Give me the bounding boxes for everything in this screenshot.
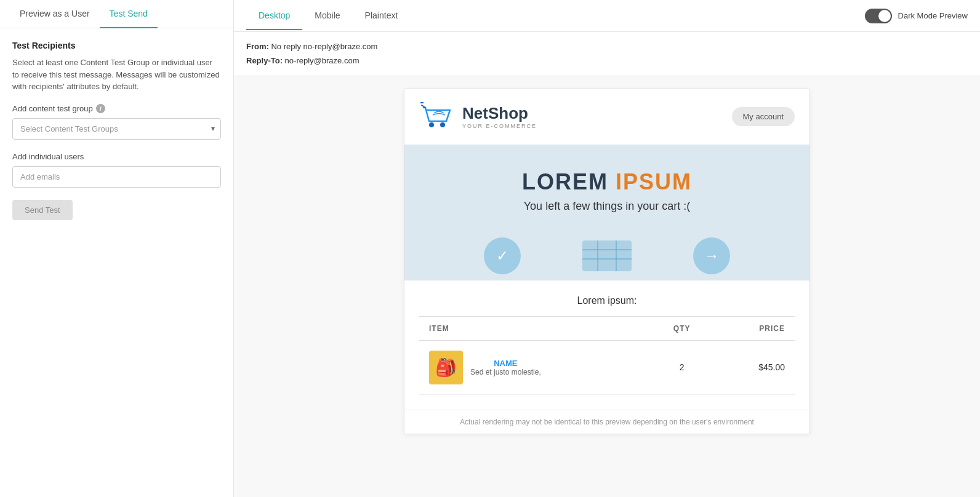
email-table: ITEM QTY PRICE 🎒 bbox=[419, 316, 795, 395]
preview-area[interactable]: NetShop YOUR E-COMMERCE My account LOREM… bbox=[234, 76, 980, 497]
lorem-heading: Lorem ipsum: bbox=[419, 295, 795, 306]
hero-subtitle: You left a few things in your cart :( bbox=[419, 200, 795, 213]
hero-cart-svg bbox=[576, 234, 638, 277]
table-cell-price: $45.00 bbox=[714, 340, 795, 394]
preview-tabs: Desktop Mobile Plaintext bbox=[246, 2, 410, 30]
add-individual-users-label: Add individual users bbox=[12, 152, 221, 161]
brand-shop: Shop bbox=[488, 104, 528, 122]
tab-preview-as-user[interactable]: Preview as a User bbox=[10, 0, 100, 28]
product-info: NAME Sed et justo molestie, bbox=[470, 359, 541, 376]
check-circle-icon: ✓ bbox=[484, 237, 521, 274]
product-name: NAME bbox=[470, 359, 541, 368]
email-body-section: Lorem ipsum: ITEM QTY PRICE bbox=[404, 280, 809, 410]
product-cell: 🎒 NAME Sed et justo molestie, bbox=[429, 351, 640, 384]
table-header-item: ITEM bbox=[419, 316, 649, 340]
table-header-price: PRICE bbox=[714, 316, 795, 340]
table-header-qty: QTY bbox=[649, 316, 714, 340]
email-card-header: NetShop YOUR E-COMMERCE My account bbox=[404, 89, 809, 145]
reply-to-email: no-reply@braze.com bbox=[285, 56, 359, 65]
from-line: From: No reply no-reply@braze.com bbox=[246, 39, 968, 54]
right-panel: Desktop Mobile Plaintext Dark Mode Previ… bbox=[234, 0, 980, 497]
email-preview-card: NetShop YOUR E-COMMERCE My account LOREM… bbox=[404, 89, 810, 434]
svg-rect-4 bbox=[582, 241, 632, 271]
brand-name: NetShop bbox=[462, 104, 537, 123]
reply-to-label: Reply-To: bbox=[246, 56, 283, 65]
left-tabs-header: Preview as a User Test Send bbox=[0, 0, 233, 28]
table-cell-item: 🎒 NAME Sed et justo molestie, bbox=[419, 340, 649, 394]
content-test-group-wrapper: Select Content Test Groups ▾ bbox=[12, 118, 221, 140]
from-label: From: bbox=[246, 42, 269, 51]
reply-to-line: Reply-To: no-reply@braze.com bbox=[246, 54, 968, 68]
hero-cart-graphic bbox=[570, 231, 644, 280]
tab-mobile[interactable]: Mobile bbox=[302, 2, 352, 30]
svg-point-0 bbox=[429, 122, 434, 127]
hero-icons-row: ✓ → bbox=[419, 231, 795, 280]
left-content: Test Recipients Select at least one Cont… bbox=[0, 28, 233, 233]
cart-icon bbox=[419, 101, 456, 132]
content-test-group-select[interactable]: Select Content Test Groups bbox=[12, 118, 221, 140]
send-test-button[interactable]: Send Test bbox=[12, 200, 73, 220]
left-panel: Preview as a User Test Send Test Recipie… bbox=[0, 0, 234, 497]
brand-net: Net bbox=[462, 104, 488, 122]
description-text: Select at least one Content Test Group o… bbox=[12, 57, 221, 93]
my-account-button[interactable]: My account bbox=[732, 107, 795, 126]
product-image: 🎒 bbox=[429, 351, 463, 384]
dark-mode-switch[interactable] bbox=[865, 9, 892, 23]
email-meta: From: No reply no-reply@braze.com Reply-… bbox=[234, 32, 980, 76]
hero-lorem: LOREM bbox=[522, 169, 616, 194]
table-row: 🎒 NAME Sed et justo molestie, 2 bbox=[419, 340, 795, 394]
hero-ipsum: IPSUM bbox=[616, 169, 692, 194]
from-name: No reply bbox=[271, 42, 300, 51]
toggle-knob bbox=[878, 10, 891, 22]
preview-header: Desktop Mobile Plaintext Dark Mode Previ… bbox=[234, 0, 980, 32]
svg-point-1 bbox=[440, 122, 445, 127]
hero-title: LOREM IPSUM bbox=[419, 169, 795, 195]
bag-icon: 🎒 bbox=[435, 357, 457, 378]
brand-logo: NetShop YOUR E-COMMERCE bbox=[419, 101, 537, 132]
table-cell-qty: 2 bbox=[649, 340, 714, 394]
content-test-group-label: Add content test group i bbox=[12, 104, 221, 113]
product-description: Sed et justo molestie, bbox=[470, 368, 541, 376]
dark-mode-toggle-group: Dark Mode Preview bbox=[865, 9, 968, 23]
section-title: Test Recipients bbox=[12, 41, 221, 50]
info-icon[interactable]: i bbox=[96, 104, 105, 113]
arrow-circle-icon: → bbox=[693, 237, 730, 274]
footer-note: Actual rendering may not be identical to… bbox=[404, 410, 809, 434]
brand-text: NetShop YOUR E-COMMERCE bbox=[462, 104, 537, 129]
from-email: no-reply@braze.com bbox=[303, 42, 378, 51]
tab-plaintext[interactable]: Plaintext bbox=[353, 2, 411, 30]
email-hero: LOREM IPSUM You left a few things in you… bbox=[404, 145, 809, 280]
brand-tagline: YOUR E-COMMERCE bbox=[462, 123, 537, 129]
add-emails-input[interactable] bbox=[12, 166, 221, 188]
tab-desktop[interactable]: Desktop bbox=[246, 2, 302, 30]
tab-test-send[interactable]: Test Send bbox=[100, 0, 158, 28]
dark-mode-label: Dark Mode Preview bbox=[898, 11, 968, 20]
